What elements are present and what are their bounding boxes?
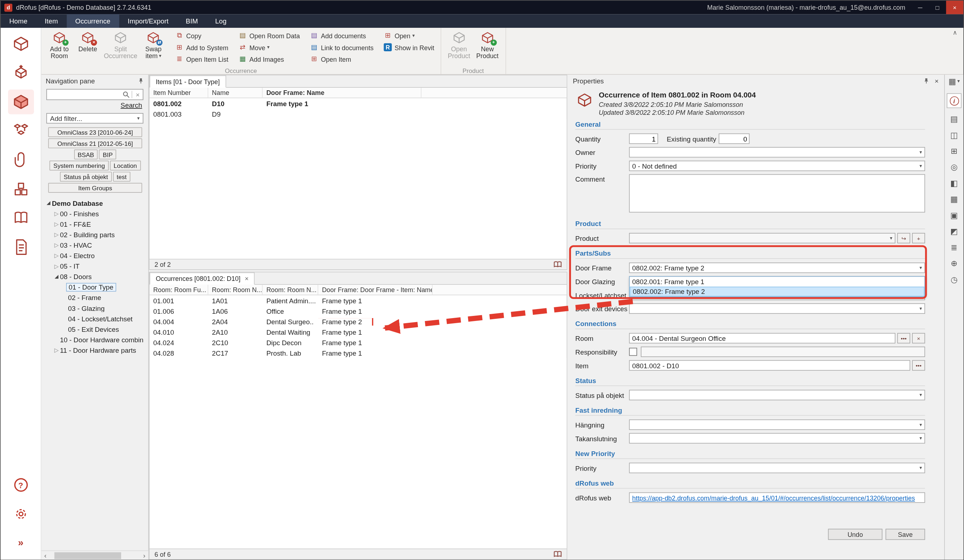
add-documents-button[interactable]: ▤Add documents [307,29,376,42]
column-header-room-name[interactable]: Room: Room N... [262,285,318,295]
search-icon[interactable] [122,91,130,99]
tree-node-02-frame[interactable]: 02 - Frame [42,292,148,303]
tree-collapsed-icon[interactable]: ▷ [53,242,60,248]
add-to-system-button[interactable]: ⊞Add to System [173,42,231,54]
sync-tab-button[interactable]: ◎ [951,162,957,172]
module-systems-icon[interactable] [8,119,34,143]
add-to-room-button[interactable]: + Add to Room [45,29,74,67]
module-reports-icon[interactable] [8,206,34,230]
items-tab[interactable]: Items [01 - Door Type] [150,75,226,88]
new-product-plus-button[interactable]: + [912,233,925,243]
tree-collapsed-icon[interactable]: ▷ [53,252,60,259]
collapse-ribbon-button[interactable]: ∧ [953,29,957,36]
filter-bsab-button[interactable]: BSAB [74,150,98,159]
module-items-icon[interactable] [8,61,34,85]
components-tab-button[interactable]: ▦ [950,194,958,204]
item-groups-button[interactable]: Item Groups [48,183,142,192]
occurrence-table-row[interactable]: 01.001 1A01 Patient Admin.... Frame type… [150,295,567,306]
column-header-door-frame-name[interactable]: Door Frame: Name [262,88,422,98]
new-product-button[interactable]: + New Product [473,29,502,67]
quantity-input[interactable] [629,133,658,144]
tree-node-04-electro[interactable]: ▷ 04 - Electro [42,250,148,261]
menu-home[interactable]: Home [1,14,36,28]
dropdown-option[interactable]: 0802.001: Frame type 1 [630,277,924,287]
occurrence-table-row-highlighted[interactable]: 04.004 2A04 Dental Surgeo.. Frame type 2 [150,316,567,327]
tree-node-01-door-type[interactable]: 01 - Door Type [42,282,148,292]
column-header-item-number[interactable]: Item Number [150,88,208,98]
responsibility-checkbox[interactable] [629,348,637,356]
move-button[interactable]: ⇄Move▾ [236,42,302,54]
pin-icon[interactable] [138,77,144,85]
pin-icon[interactable] [923,77,929,85]
new-priority-dropdown[interactable]: ▾ [629,462,925,473]
takanslutning-dropdown[interactable]: ▾ [629,433,925,443]
minimize-button[interactable]: ─ [912,1,929,15]
occurrence-table-row[interactable]: 04.028 2C17 Prosth. Lab Frame type 1 [150,348,567,358]
search-input[interactable] [47,91,122,99]
filter-location-button[interactable]: Location [110,161,140,171]
module-occurrences-icon[interactable] [8,90,34,114]
tree-node-03-hvac[interactable]: ▷ 03 - HVAC [42,240,148,250]
tree-node-04-lockset-latchset[interactable]: 04 - Lockset/Latchset [42,313,148,324]
documents-tab-button[interactable]: ≣ [951,242,957,253]
tree-node-10-door-hardware-combinations[interactable]: 10 - Door Hardware combin [42,334,148,345]
products-tab-button[interactable]: ⊞ [951,146,957,156]
clear-search-icon[interactable]: × [134,91,142,99]
menu-import-export[interactable]: Import/Export [119,14,177,28]
open-button[interactable]: ⊞Open▾ [381,29,437,42]
tree-collapsed-icon[interactable]: ▷ [53,231,60,238]
copy-button[interactable]: ⧉Copy [173,29,231,42]
comment-textarea[interactable] [629,174,925,212]
tree-node-03-glazing[interactable]: 03 - Glazing [42,303,148,313]
room-clear-button[interactable]: × [912,333,925,343]
tree-expanded-icon[interactable]: ◢ [53,273,60,279]
maximize-button[interactable]: □ [928,1,946,15]
status-pa-objekt-dropdown[interactable]: ▾ [629,390,925,400]
tree-node-01-ffe[interactable]: ▷ 01 - FF&E [42,219,148,229]
filter-test-button[interactable]: test [113,172,130,182]
scroll-left-icon[interactable]: ‹ [42,552,49,559]
tree-node-05-it[interactable]: ▷ 05 - IT [42,261,148,271]
filter-status-pa-objekt-button[interactable]: Status på objekt [60,172,112,182]
room-field[interactable]: 04.004 - Dental Surgeon Office [629,333,896,343]
add-filter-dropdown[interactable]: Add filter... ▾ [46,113,143,124]
open-item-list-button[interactable]: ≣Open Item List [173,53,231,65]
menu-log[interactable]: Log [207,14,235,28]
filter-system-numbering-button[interactable]: System numbering [50,161,109,171]
drofus-web-link[interactable]: https://app-db2.drofus.com/marie-drofus_… [632,494,915,501]
room-browse-button[interactable]: ••• [897,333,910,343]
tree-node-11-door-hardware-parts[interactable]: ▷ 11 - Door Hardware parts [42,345,148,355]
model-tab-button[interactable]: ◧ [950,178,958,189]
items-table-row[interactable]: 0801.002 D10 Frame type 1 [150,98,567,109]
search-link[interactable]: Search [48,101,142,109]
swap-item-button[interactable]: ⇄ Swap item▾ [139,29,168,67]
item-browse-button[interactable]: ••• [912,360,925,370]
scrollbar-thumb[interactable] [55,552,121,559]
open-room-data-button[interactable]: ▤Open Room Data [236,29,302,42]
help-button[interactable]: ? [8,473,34,497]
module-documents-icon[interactable] [8,235,34,259]
owner-dropdown[interactable]: ▾ [629,147,925,158]
settings-button[interactable] [8,501,34,526]
menu-occurrence[interactable]: Occurrence [67,14,119,28]
layout-view-button[interactable]: ▦ ▾ [948,77,960,86]
open-item-button[interactable]: ⊞Open Item [307,53,376,65]
existing-quantity-input[interactable] [719,133,750,144]
menu-item[interactable]: Item [36,14,67,28]
hangning-dropdown[interactable]: ▾ [629,420,925,430]
tree-collapsed-icon[interactable]: ▷ [53,347,60,353]
tree-collapsed-icon[interactable]: ▷ [53,221,60,227]
classification-tab-button[interactable]: ◫ [950,130,958,140]
undo-button[interactable]: Undo [828,529,883,540]
delete-button[interactable]: × Delete [74,29,102,67]
expand-sidebar-button[interactable]: » [8,531,34,555]
module-products-icon[interactable] [8,177,34,201]
door-exit-devices-dropdown[interactable]: ▾ [629,303,925,314]
report-view-icon[interactable] [554,550,562,558]
menu-bim[interactable]: BIM [177,14,206,28]
report-view-icon[interactable] [554,261,562,268]
tree-node-demo-database[interactable]: ◢ Demo Database [42,197,148,208]
scroll-right-icon[interactable]: › [140,552,148,559]
tree-node-00-finishes[interactable]: ▷ 00 - Finishes [42,208,148,219]
show-in-revit-button[interactable]: RShow in Revit [381,42,437,54]
